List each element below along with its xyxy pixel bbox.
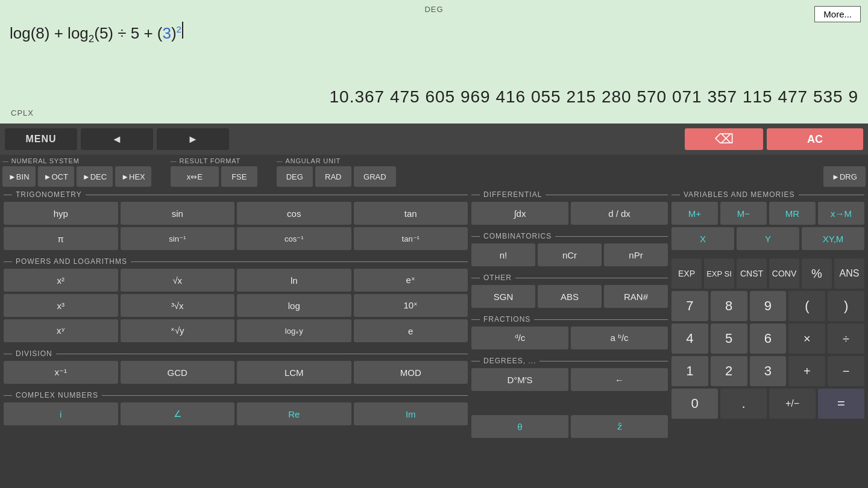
abdc-button[interactable]: a ᵇ/c [571,327,668,349]
bin-button[interactable]: ►BIN [2,166,36,187]
minus-button[interactable]: − [828,356,864,386]
mod-button[interactable]: MOD [354,361,468,384]
complex-section: COMPLEX NUMBERS i ∠ Re Im [4,391,468,428]
sin-button[interactable]: sin [121,202,235,225]
cnst-button[interactable]: CNST [737,258,767,289]
xym-button[interactable]: XY,M [802,227,864,250]
oct-button[interactable]: ►OCT [38,166,74,187]
multiply-button[interactable]: × [788,324,825,354]
yrtx-button[interactable]: ˣ√y [121,319,235,342]
tan-button[interactable]: tan [354,202,468,225]
sqrt-button[interactable]: √x [121,269,235,292]
zbar-button[interactable]: z̄ [571,415,668,438]
grad-button[interactable]: GRAD [354,166,396,187]
i-button[interactable]: i [4,402,118,425]
expression-display: log(8) + log2(5) ÷ 5 + (3)2 [10,22,858,45]
xinv-button[interactable]: x⁻¹ [4,361,118,384]
num0-button[interactable]: 0 [671,389,718,419]
ans-button[interactable]: ANS [834,258,864,289]
mminus-button[interactable]: M− [720,202,767,225]
log-button[interactable]: log [237,294,351,317]
x2-button[interactable]: x² [4,269,118,292]
backspace-button[interactable]: ⌫ [685,128,763,150]
comb-label: COMBINATORICS [471,232,668,240]
right-arrow-button[interactable]: ► [157,128,229,150]
num7-button[interactable]: 7 [671,291,708,321]
num4-button[interactable]: 4 [671,324,708,354]
im-button[interactable]: Im [354,402,468,425]
menu-button[interactable]: MENU [5,128,77,150]
lparen-button[interactable]: ( [788,291,825,321]
x-button[interactable]: X [671,227,734,250]
num3-button[interactable]: 3 [750,356,787,386]
hex-button[interactable]: ►HEX [115,166,151,187]
result-display: 10.367 475 605 969 416 055 215 280 570 0… [330,87,858,107]
other-section: OTHER SGN ABS RAN# [471,274,668,310]
re-button[interactable]: Re [237,402,351,425]
logxy-button[interactable]: logₓy [237,319,351,342]
num5-button[interactable]: 5 [711,324,747,354]
deg-sec-label: DEGREES, ... [471,357,668,365]
rparen-button[interactable]: ) [828,291,864,321]
num6-button[interactable]: 6 [750,324,787,354]
ac-button[interactable]: AC [767,128,863,150]
dec-button[interactable]: ►DEC [77,166,113,187]
cbrt-button[interactable]: ³√x [121,294,235,317]
left-arrow-button[interactable]: ◄ [81,128,153,150]
theta-button[interactable]: θ [471,415,568,438]
ran-button[interactable]: RAN# [604,285,668,308]
dms-button[interactable]: D°M′S [471,368,568,391]
xy-button[interactable]: xʸ [4,319,118,342]
ncr-button[interactable]: nCr [538,243,602,266]
x3-button[interactable]: x³ [4,294,118,317]
ex-button[interactable]: eˣ [354,269,468,292]
pow10-button[interactable]: 10ˣ [354,294,468,317]
num1-button[interactable]: 1 [671,356,708,386]
system-row: NUMERAL SYSTEM ►BIN ►OCT ►DEC ►HEX RESUL… [0,155,868,188]
conv-button[interactable]: CONV [769,258,799,289]
dc-button[interactable]: ᵈ/c [471,327,568,349]
equals-button[interactable]: = [818,389,864,419]
numeral-system-label: NUMERAL SYSTEM [2,157,151,164]
y-button[interactable]: Y [737,227,799,250]
exp-button[interactable]: EXP [671,258,702,289]
deg-button[interactable]: DEG [277,166,313,187]
int-dx-button[interactable]: ∫dx [471,202,568,225]
decimal-button[interactable]: . [720,389,767,419]
powers-section: POWERS AND LOGARITHMS x² √x ln eˣ x³ ³√x… [4,257,468,345]
mplus-button[interactable]: M+ [671,202,718,225]
num2-button[interactable]: 2 [711,356,747,386]
angle-button[interactable]: ∠ [121,402,235,425]
e-button[interactable]: e [354,319,468,342]
mr-button[interactable]: MR [769,202,816,225]
ln-button[interactable]: ln [237,269,351,292]
more-button[interactable]: More... [814,6,861,22]
tan-inv-button[interactable]: tan⁻¹ [354,227,468,250]
rad-button[interactable]: RAD [315,166,351,187]
exp-si-button[interactable]: EXP SI [704,258,734,289]
num9-button[interactable]: 9 [750,291,787,321]
npr-button[interactable]: nPr [604,243,668,266]
sgn-button[interactable]: SGN [471,285,535,308]
drg-button[interactable]: ►DRG [823,166,866,187]
plusminus-button[interactable]: +/− [769,389,816,419]
deg-label: DEG [424,5,443,14]
xm-button[interactable]: x→M [818,202,864,225]
fse-button[interactable]: FSE [221,166,257,187]
cos-button[interactable]: cos [237,202,351,225]
percent-button[interactable]: % [802,258,832,289]
d-dx-button[interactable]: d / dx [571,202,668,225]
back-deg-button[interactable]: ← [571,368,668,391]
cos-inv-button[interactable]: cos⁻¹ [237,227,351,250]
num8-button[interactable]: 8 [711,291,747,321]
sin-inv-button[interactable]: sin⁻¹ [121,227,235,250]
gcd-button[interactable]: GCD [121,361,235,384]
lcm-button[interactable]: LCM [237,361,351,384]
nfact-button[interactable]: n! [471,243,535,266]
hyp-button[interactable]: hyp [4,202,118,225]
plus-button[interactable]: + [788,356,825,386]
abs-button[interactable]: ABS [538,285,602,308]
divide-button[interactable]: ÷ [828,324,864,354]
xe-button[interactable]: x⇔E [171,166,219,187]
pi-button[interactable]: π [4,227,118,250]
